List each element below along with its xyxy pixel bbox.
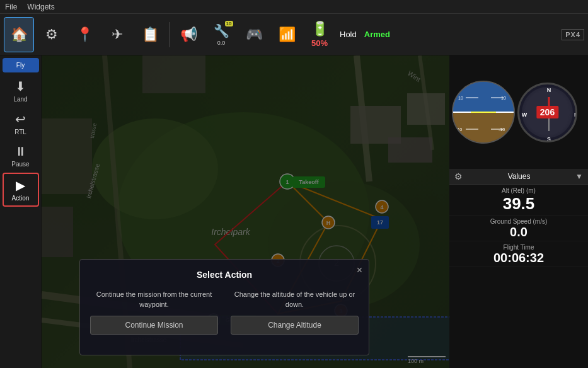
wrench-button[interactable]: 🔧 10 0.0 — [206, 17, 236, 52]
telemetry-time-label: Flight Time — [454, 244, 583, 251]
telemetry-speed-label: Ground Speed (m/s) — [454, 218, 583, 225]
menu-widgets[interactable]: Widgets — [27, 3, 54, 11]
waypoints-icon: 📍 — [76, 26, 93, 43]
telemetry-speed-row: Ground Speed (m/s) 0.0 — [449, 216, 588, 241]
telemetry-alt-row: Alt (Rel) (m) 39.5 — [449, 185, 588, 216]
menu-bar: File Widgets — [0, 0, 588, 14]
pause-button[interactable]: ⏸ Pause — [3, 141, 39, 171]
settings-button[interactable]: ⚙ — [37, 17, 67, 52]
telemetry-settings-icon[interactable]: ⚙ — [454, 171, 463, 181]
rtl-icon: ↩ — [15, 112, 26, 127]
controller-icon: 🎮 — [246, 26, 263, 43]
horizon-ticks: 10 10 -10 -10 — [453, 82, 515, 144]
armed-label: Armed — [364, 30, 390, 39]
settings-icon: ⚙ — [45, 26, 58, 43]
dialog-option-2: Change the altitude of the vehicle up or… — [231, 290, 359, 335]
brand-text: PX4 — [565, 31, 580, 38]
battery-button[interactable]: 🔋 50% — [304, 17, 335, 52]
pause-label: Pause — [11, 161, 29, 168]
wrench-count: 10 — [225, 21, 233, 26]
battery-icon: 🔋 — [311, 21, 328, 37]
signal-button[interactable]: 📶 — [272, 17, 302, 52]
svg-text:-10: -10 — [456, 127, 462, 132]
hold-mode[interactable]: Hold — [337, 30, 359, 39]
alerts-button[interactable]: 📢 — [173, 17, 204, 52]
logo-button[interactable]: 🏠 — [4, 17, 34, 52]
controller-button[interactable]: 🎮 — [239, 17, 269, 52]
alerts-icon: 📢 — [180, 26, 197, 43]
pause-icon: ⏸ — [14, 144, 27, 159]
rtl-button[interactable]: ↩ RTL — [3, 108, 39, 139]
instruments: 10 10 -10 -10 N S E — [449, 55, 588, 169]
svg-text:N: N — [547, 87, 551, 93]
action-dialog: × Select Action Continue the mission fro… — [79, 259, 369, 355]
telemetry-alt-label: Alt (Rel) (m) — [454, 187, 583, 194]
brand-logo: PX4 — [562, 29, 584, 40]
battery-percent: 50% — [311, 38, 328, 48]
svg-text:10: 10 — [458, 96, 463, 100]
telemetry-dropdown-icon[interactable]: ▼ — [575, 172, 583, 181]
telemetry-time-value: 00:06:32 — [454, 251, 583, 265]
land-icon: ⬇ — [15, 79, 26, 94]
toolbar: 🏠 ⚙ 📍 ✈ 📋 📢 🔧 10 0.0 🎮 📶 🔋 50% — [0, 14, 588, 55]
send-button[interactable]: ✈ — [102, 17, 132, 52]
action-button[interactable]: ▶ Action — [3, 173, 39, 207]
wrench-value: 0.0 — [217, 40, 226, 46]
telemetry-header[interactable]: ⚙ Values ▼ — [449, 169, 588, 185]
dialog-title: Select Action — [90, 270, 359, 280]
compass: N S E W 206 — [517, 83, 577, 142]
send-icon: ✈ — [112, 26, 123, 43]
dialog-options: Continue the mission from the current wa… — [90, 290, 359, 335]
telemetry-panel: ⚙ Values ▼ Alt (Rel) (m) 39.5 Ground Spe… — [449, 169, 588, 368]
compass-heading-display: 206 — [536, 106, 558, 118]
dialog-option-1: Continue the mission from the current wa… — [90, 290, 218, 335]
menu-file[interactable]: File — [5, 3, 17, 11]
waypoints-button[interactable]: 📍 — [69, 17, 100, 52]
telemetry-alt-value: 39.5 — [454, 194, 583, 214]
telemetry-title: Values — [465, 172, 573, 181]
land-button[interactable]: ⬇ Land — [3, 75, 39, 106]
main-content: Fly ⬇ Land ↩ RTL ⏸ Pause ▶ Action — [0, 55, 588, 368]
svg-text:W: W — [522, 112, 527, 118]
map-area[interactable]: 2 Irchelpark Irchelstrasse Irchelstrasse… — [42, 55, 449, 368]
fly-label: Fly — [16, 62, 25, 69]
change-altitude-button[interactable]: Change Altitude — [231, 316, 359, 335]
land-label: Land — [13, 96, 27, 103]
svg-text:E: E — [574, 112, 577, 118]
dialog-close-button[interactable]: × — [357, 265, 362, 276]
continue-mission-button[interactable]: Continue Mission — [90, 316, 218, 335]
dialog-option-1-text: Continue the mission from the current wa… — [90, 290, 218, 309]
action-label: Action — [12, 195, 30, 202]
fly-button[interactable]: Fly — [3, 58, 39, 72]
telemetry-time-row: Flight Time 00:06:32 — [449, 241, 588, 267]
signal-icon: 📶 — [279, 26, 296, 43]
plan-button[interactable]: 📋 — [135, 17, 165, 52]
sidebar: Fly ⬇ Land ↩ RTL ⏸ Pause ▶ Action — [0, 55, 42, 368]
dialog-option-2-text: Change the altitude of the vehicle up or… — [231, 290, 359, 309]
artificial-horizon: 10 10 -10 -10 — [452, 81, 515, 144]
plan-icon: 📋 — [142, 26, 159, 43]
telemetry-speed-value: 0.0 — [454, 225, 583, 239]
svg-text:S: S — [547, 136, 551, 142]
right-panel: 10 10 -10 -10 N S E — [449, 55, 588, 368]
modal-overlay: × Select Action Continue the mission fro… — [42, 55, 449, 368]
action-icon: ▶ — [16, 178, 25, 193]
rtl-label: RTL — [14, 129, 26, 135]
toolbar-separator-1 — [169, 22, 170, 47]
hold-label: Hold — [340, 30, 357, 39]
logo-icon: 🏠 — [11, 26, 28, 43]
armed-status[interactable]: Armed — [362, 30, 393, 39]
